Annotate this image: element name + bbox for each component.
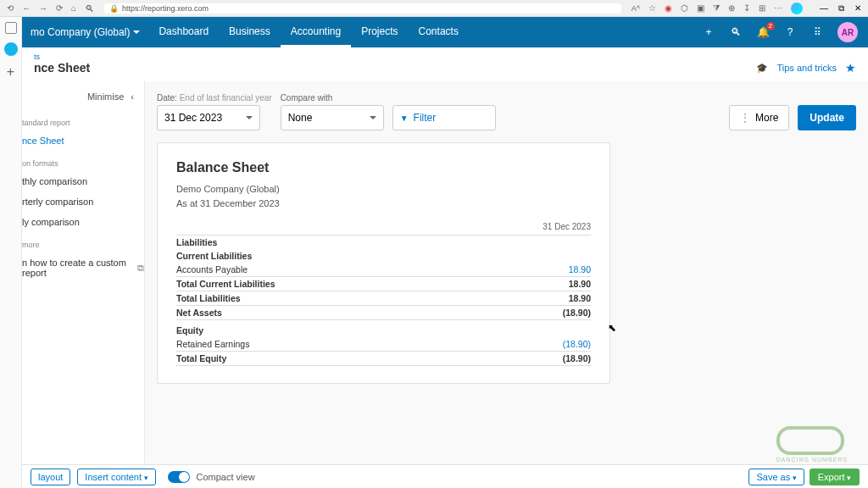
row-total-liabilities: Total Liabilities	[176, 291, 498, 306]
search-header-icon[interactable]: 🔍︎	[729, 25, 743, 39]
extension2-icon[interactable]: ▣	[697, 3, 704, 13]
val-accounts-payable[interactable]: 18.90	[498, 263, 591, 277]
sidebar-heading-more: more	[22, 232, 144, 252]
page-title: nce Sheet	[34, 61, 90, 75]
date-label-text: Date:	[157, 93, 177, 103]
star-icon[interactable]: ★	[845, 61, 856, 75]
update-button[interactable]: Update	[798, 105, 856, 130]
title-bar: ts nce Sheet 🎓 Tips and tricks ★	[22, 47, 868, 82]
report-asat: As at 31 December 2023	[176, 197, 591, 211]
favorite-icon[interactable]: ☆	[648, 3, 656, 13]
report-column-header: 31 Dec 2023	[176, 222, 591, 235]
watermark-logo-icon	[776, 426, 844, 455]
close-icon[interactable]: ✕	[854, 3, 861, 14]
compact-label: Compact view	[197, 472, 255, 482]
browser-toolbar: ⟲ ← → ⟳ ⌂ 🔍︎ 🔒 https://reporting.xero.co…	[0, 0, 868, 17]
filter-icon: ▼	[400, 114, 409, 123]
graduation-icon: 🎓	[756, 63, 768, 74]
address-bar[interactable]: 🔒 https://reporting.xero.com	[104, 3, 621, 14]
record-icon[interactable]: ◉	[665, 3, 672, 13]
org-label: mo Company (Global)	[31, 26, 130, 38]
tips-link[interactable]: Tips and tricks	[776, 63, 837, 73]
filter-label: Filter	[414, 112, 437, 124]
tab-accounting[interactable]: Accounting	[281, 17, 351, 47]
learn-label: n how to create a custom report	[22, 258, 132, 278]
date-value: 31 Dec 2023	[164, 112, 222, 124]
val-total-liabilities: 18.90	[498, 291, 591, 306]
filter-spacer	[392, 93, 496, 103]
xero-tab-icon[interactable]	[4, 42, 18, 56]
downloads-icon[interactable]: ↧	[743, 3, 750, 13]
refresh-alt-icon[interactable]: ⟲	[7, 3, 14, 14]
report-title: Balance Sheet	[176, 160, 591, 175]
save-as-button[interactable]: Save as	[748, 469, 804, 485]
tab-overview-icon[interactable]	[5, 22, 17, 34]
report-sidebar: Minimise ‹ tandard report nce Sheet on f…	[22, 81, 145, 464]
date-label: Date: End of last financial year	[157, 93, 272, 103]
export-button[interactable]: Export	[810, 469, 860, 485]
date-input[interactable]: 31 Dec 2023	[157, 105, 260, 130]
tab-contacts[interactable]: Contacts	[409, 17, 469, 47]
restore-icon[interactable]: ⧉	[838, 3, 844, 14]
compare-label: Compare with	[281, 93, 384, 103]
row-total-equity: Total Equity	[176, 352, 498, 366]
minimise-button[interactable]: Minimise ‹	[22, 92, 144, 110]
more-label: More	[755, 112, 778, 124]
val-total-equity: (18.90)	[498, 352, 591, 366]
sidebar-heading-standard: tandard report	[22, 110, 144, 130]
report-company: Demo Company (Global)	[176, 182, 591, 197]
reload-icon[interactable]: ⟳	[56, 3, 63, 14]
more-dots-icon: ⋮	[740, 112, 750, 124]
help-icon[interactable]: ?	[783, 25, 797, 39]
new-tab-icon[interactable]: +	[7, 64, 14, 80]
sidebar-item-balance-sheet[interactable]: nce Sheet	[22, 130, 144, 151]
tab-business[interactable]: Business	[219, 17, 281, 47]
vertical-tab-strip: +	[0, 17, 22, 488]
org-selector[interactable]: mo Company (Global)	[22, 26, 148, 38]
row-current-liabilities: Current Liabilities	[176, 249, 498, 263]
minimize-icon[interactable]: —	[820, 3, 828, 14]
main-area: Minimise ‹ tandard report nce Sheet on f…	[22, 81, 868, 464]
apps-icon[interactable]: ⠿	[810, 25, 824, 39]
sidebar-item-yearly[interactable]: ly comparison	[22, 212, 144, 232]
text-az-icon[interactable]: A^	[632, 4, 640, 13]
extension4-icon[interactable]: ⊞	[759, 3, 765, 13]
search-icon[interactable]: 🔍︎	[85, 3, 94, 14]
compact-toggle[interactable]	[168, 471, 190, 483]
controls-row: Date: End of last financial year 31 Dec …	[157, 93, 856, 130]
sidebar-item-monthly[interactable]: thly comparison	[22, 171, 144, 191]
compare-input[interactable]: None	[281, 105, 384, 130]
insert-content-button[interactable]: Insert content	[77, 469, 155, 485]
back-icon[interactable]: ←	[22, 3, 31, 14]
compare-value: None	[288, 112, 313, 124]
sidebar-heading-formats: on formats	[22, 151, 144, 171]
avatar[interactable]: AR	[837, 22, 858, 42]
menu-icon[interactable]: ⋯	[774, 3, 782, 13]
extension1-icon[interactable]: ⬡	[681, 3, 688, 13]
notifications-icon[interactable]: 🔔2	[756, 25, 770, 39]
row-net-assets: Net Assets	[176, 306, 498, 320]
profile-icon[interactable]	[791, 3, 803, 14]
val-total-current-liabilities: 18.90	[498, 277, 591, 291]
tab-projects[interactable]: Projects	[351, 17, 408, 47]
row-retained-earnings[interactable]: Retained Earnings	[176, 337, 498, 352]
breadcrumb[interactable]: ts	[34, 53, 856, 61]
watermark-text: DANCING NUMBERS	[776, 457, 848, 463]
extension3-icon[interactable]: ⊕	[728, 3, 735, 13]
layout-button[interactable]: layout	[31, 469, 70, 485]
sidebar-item-learn[interactable]: n how to create a custom report ⧉	[22, 252, 144, 283]
val-retained-earnings[interactable]: (18.90)	[498, 337, 591, 352]
collections-icon[interactable]: ⧩	[713, 3, 720, 14]
row-accounts-payable[interactable]: Accounts Payable	[176, 263, 498, 277]
more-button[interactable]: ⋮ More	[729, 105, 789, 130]
filter-button[interactable]: ▼ Filter	[392, 105, 496, 130]
tab-dashboard[interactable]: Dashboard	[148, 17, 219, 47]
report-table: Liabilities Current Liabilities Accounts…	[176, 235, 591, 366]
home-icon[interactable]: ⌂	[71, 3, 76, 14]
val-net-assets: (18.90)	[498, 306, 591, 320]
sidebar-item-quarterly[interactable]: rterly comparison	[22, 191, 144, 212]
watermark: DANCING NUMBERS	[776, 426, 848, 463]
add-icon[interactable]: +	[702, 25, 715, 39]
notification-badge: 2	[766, 22, 775, 30]
forward-icon[interactable]: →	[39, 3, 47, 14]
